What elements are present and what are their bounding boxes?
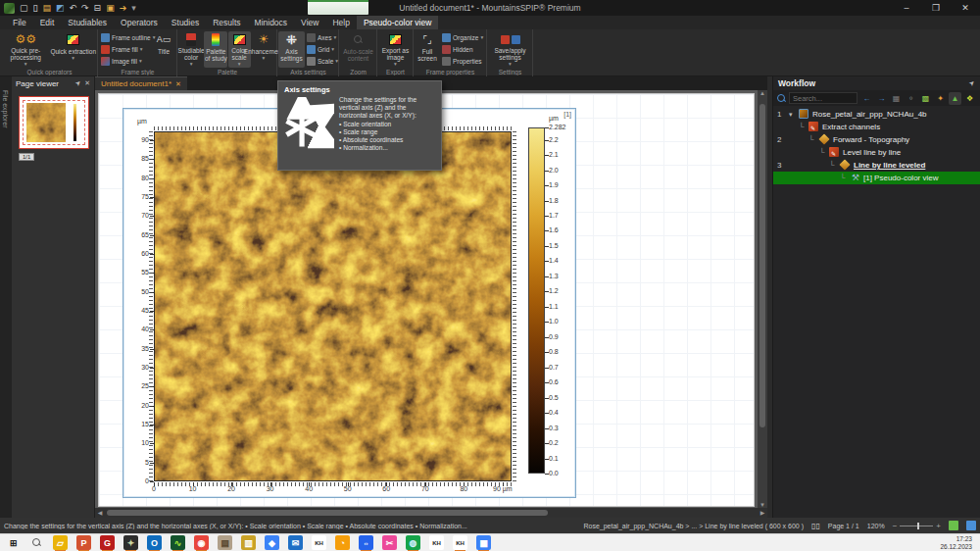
import-folder-icon[interactable]: ▣ (106, 1, 115, 15)
pin-icon[interactable]: ➤ (74, 78, 83, 88)
show-hierarchy-icon[interactable]: ❖ (963, 92, 976, 105)
frame-fill-button[interactable]: Frame fill ▾ (99, 44, 152, 55)
save-icon[interactable]: ◩ (56, 1, 65, 15)
workflow-search-input[interactable] (789, 92, 858, 104)
taskbar-outlook[interactable]: O (147, 535, 162, 550)
taskbar-file-explorer[interactable]: ▱ (53, 535, 68, 550)
color-scale-bar[interactable] (528, 127, 545, 474)
minidoc-icon[interactable]: ▦ (890, 92, 903, 105)
workflow-item-pseudo-color-view[interactable]: └ ⚒ [1] Pseudo-color view (773, 172, 980, 184)
palette-of-study-button[interactable]: Palette of study (204, 31, 227, 68)
open-folder-icon[interactable]: ▤ (42, 1, 51, 15)
scale-button[interactable]: Scale ▾ (305, 56, 338, 67)
zoom-slider[interactable]: − + (893, 522, 941, 530)
quick-pre-processing-button[interactable]: ⚙⚙ Quick pre-processing ▾ (3, 31, 49, 68)
minimize-button[interactable]: – (892, 0, 921, 16)
taskbar-app-g[interactable]: G (100, 535, 115, 550)
file-explorer-tab[interactable]: File explorer (0, 76, 12, 518)
scroll-left-icon[interactable]: ◀ (95, 508, 105, 518)
menu-help[interactable]: Help (325, 16, 356, 29)
share-icon[interactable]: ➔ (120, 1, 127, 15)
flowchart-icon[interactable]: ⚬ (905, 92, 917, 105)
history-back-icon[interactable]: ← (860, 92, 873, 105)
hscroll-thumb[interactable] (107, 510, 548, 516)
hidden-button[interactable]: Hidden (440, 44, 485, 55)
taskbar-folder-documents[interactable]: ▥ (241, 535, 256, 550)
title-button[interactable]: A▭ Title (152, 31, 175, 68)
taskbar-tasks-clock-app[interactable]: ◔ (335, 535, 350, 550)
document-tab-close-icon[interactable]: ✕ (175, 80, 181, 88)
close-panel-icon[interactable]: ✕ (84, 79, 90, 87)
horizontal-scrollbar[interactable]: ◀ ▶ (95, 508, 767, 518)
maximize-button[interactable]: ❐ (921, 0, 951, 16)
taskbar-app-dark[interactable]: ✦ (123, 535, 138, 550)
close-button[interactable]: ✕ (951, 0, 980, 16)
grid-button[interactable]: Grid ▾ (305, 44, 338, 55)
page-layout-icon[interactable]: ▯▯ (811, 522, 820, 530)
taskbar-vscode[interactable]: ‹› (359, 535, 373, 550)
full-screen-button[interactable]: ⌜⌟ Full screen (415, 31, 440, 68)
frame-outline-button[interactable]: Frame outline ▾ (99, 32, 152, 43)
workflow-item-extract-channels[interactable]: └ Extract channels (773, 121, 980, 133)
print-icon[interactable]: ⊟ (94, 1, 102, 15)
blank-page-icon[interactable]: ▯ (33, 1, 38, 15)
properties-button[interactable]: Properties (440, 56, 485, 67)
show-operators-icon[interactable]: ✦ (934, 92, 947, 105)
app-logo-icon[interactable] (4, 3, 15, 14)
undo-icon[interactable]: ↶ (70, 1, 77, 15)
document-tab[interactable]: Untitled document1* ✕ (95, 76, 187, 90)
axis-settings-button[interactable]: ⁜ Axis settings (278, 31, 305, 68)
taskbar-mountains-spip[interactable]: ∿ (171, 535, 185, 550)
menu-view[interactable]: View (294, 16, 325, 29)
taskbar-blue-app[interactable]: ◆ (265, 535, 279, 550)
taskbar-archive-app[interactable]: ▤ (218, 535, 232, 550)
taskbar-mail-app[interactable]: ✉ (288, 535, 303, 550)
quick-extraction-button[interactable]: Quick extraction ▾ (50, 31, 96, 68)
zoom-out-icon[interactable]: − (893, 522, 898, 530)
new-document-icon[interactable]: ▢ (20, 1, 28, 15)
vertical-scrollbar[interactable]: ▲ ▼ (758, 90, 767, 508)
history-forward-icon[interactable]: → (875, 92, 888, 105)
menu-studiables[interactable]: Studiables (61, 16, 114, 29)
fit-page-icon[interactable] (949, 521, 958, 530)
menu-results[interactable]: Results (206, 16, 247, 29)
axes-button[interactable]: Axes ▾ (305, 32, 338, 43)
afm-topography-image[interactable] (154, 131, 512, 481)
menu-studies[interactable]: Studies (165, 16, 206, 29)
vscroll-thumb[interactable] (760, 104, 765, 427)
workflow-item-studiable[interactable]: 1 ▾ Rose_petal_air_ppp_NCHAu_4b (773, 108, 980, 121)
menu-file[interactable]: File (6, 16, 33, 29)
organize-button[interactable]: Organize ▾ (440, 32, 485, 43)
show-studiables-icon[interactable]: ▩ (919, 92, 932, 105)
taskbar-kh-app-1[interactable]: KH (312, 535, 326, 550)
export-as-image-button[interactable]: Export as image ▾ (379, 31, 413, 68)
menu-minidocs[interactable]: Minidocs (248, 16, 295, 29)
redo-icon[interactable]: ↷ (81, 1, 89, 15)
taskbar-powerpoint[interactable]: P (76, 535, 91, 550)
collapse-caret-icon[interactable]: ▾ (789, 108, 793, 121)
menu-tab-pseudo-color-view[interactable]: Pseudo-color view (357, 16, 438, 29)
taskbar-earth-browser[interactable]: ◍ (406, 535, 420, 550)
customize-toolbar-icon[interactable]: ▾ (131, 1, 136, 15)
taskbar-snip-tool[interactable]: ✂ (382, 535, 397, 550)
system-clock[interactable]: 17:23 26.12.2023 (940, 535, 972, 550)
workflow-item-line-by-line-leveled[interactable]: 3 └ Line by line leveled (773, 159, 980, 172)
taskbar-chrome[interactable]: ◉ (194, 535, 209, 550)
studiable-color-button[interactable]: Studiable color ▾ (178, 31, 204, 68)
zoom-slider-thumb[interactable] (917, 523, 919, 529)
taskbar-calculator[interactable]: ▦ (476, 535, 491, 550)
enhancement-button[interactable]: ☀ Enhancement ▾ (251, 31, 276, 68)
scroll-right-icon[interactable]: ▶ (758, 508, 767, 518)
taskbar-start-button[interactable]: ⊞ (6, 535, 21, 550)
fit-width-icon[interactable] (966, 521, 976, 530)
image-fill-button[interactable]: Image fill ▾ (99, 56, 152, 67)
scroll-up-icon[interactable]: ▲ (758, 90, 767, 96)
workflow-item-forward-topography[interactable]: 2 └ Forward - Topography (773, 133, 980, 146)
taskbar-search-icon[interactable] (29, 535, 44, 550)
page-thumbnail[interactable] (19, 96, 89, 149)
menu-operators[interactable]: Operators (114, 16, 165, 29)
show-studies-icon[interactable]: ▲ (949, 92, 961, 105)
taskbar-kh-app-3[interactable]: KH (453, 535, 467, 550)
save-apply-settings-button[interactable]: Save/apply settings ▾ (490, 31, 531, 68)
zoom-in-icon[interactable]: + (936, 522, 941, 530)
